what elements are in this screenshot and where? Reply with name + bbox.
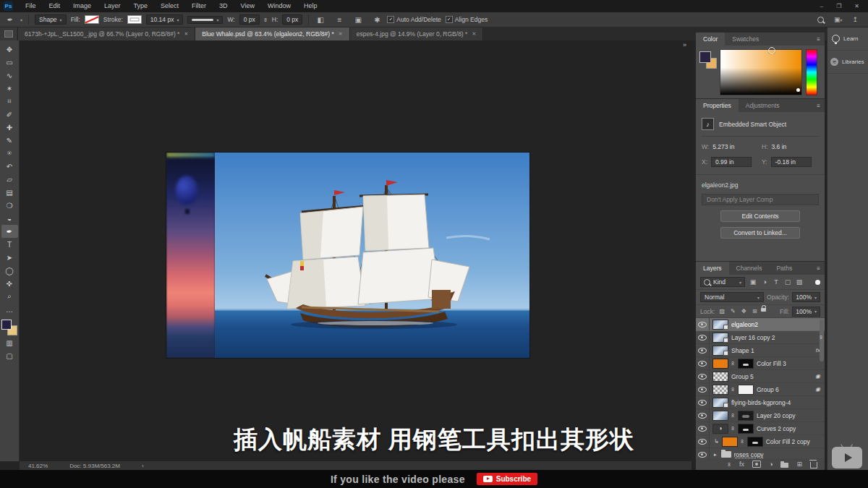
layer-thumbnail[interactable] xyxy=(712,398,728,408)
edit-contents-button[interactable]: Edit Contents xyxy=(720,210,800,222)
zoom-level[interactable]: 41.62% xyxy=(28,463,48,469)
blend-mode-dropdown[interactable]: Normal▾ xyxy=(700,292,764,302)
lock-artboard-icon[interactable]: ⊞ xyxy=(750,308,759,314)
tab-paths[interactable]: Paths xyxy=(769,262,799,275)
path-selection-tool-icon[interactable]: ➤ xyxy=(1,251,18,264)
layers-scrollbar[interactable] xyxy=(820,320,824,361)
layer-thumbnail[interactable] xyxy=(712,320,728,330)
link-dimensions-icon[interactable]: ∞ xyxy=(263,18,268,22)
tool-mode-dropdown[interactable]: Shape▾ xyxy=(35,14,67,25)
libraries-button[interactable]: ≋ Libraries xyxy=(827,51,868,74)
youtube-channel-watermark[interactable] xyxy=(832,447,862,468)
brush-tool-icon[interactable]: ✎ xyxy=(1,134,18,147)
arrange-icon[interactable]: ▣ xyxy=(352,16,364,24)
menu-3d[interactable]: 3D xyxy=(213,0,234,12)
layer-thumbnail[interactable]: ◑ xyxy=(712,424,728,434)
lock-all-icon[interactable] xyxy=(761,308,766,312)
clone-stamp-tool-icon[interactable]: ⍟ xyxy=(1,147,18,160)
panel-menu-icon[interactable]: ≡ xyxy=(817,99,825,112)
close-tab-icon[interactable]: ✕ xyxy=(472,31,476,37)
workspace-icon[interactable]: ▣▾ xyxy=(834,16,843,23)
subscribe-button[interactable]: Subscribe xyxy=(477,473,537,485)
learn-button[interactable]: Learn xyxy=(827,27,868,51)
document-tab-3[interactable]: espes-4.jpg @ 14.9% (Layer 0, RGB/8) *✕ xyxy=(350,27,484,40)
menu-image[interactable]: Image xyxy=(67,0,98,12)
layer-thumbnail[interactable] xyxy=(722,437,738,447)
visibility-toggle[interactable] xyxy=(696,344,710,356)
layer-row-7[interactable]: flying-birds-kgprong-4 xyxy=(696,396,825,409)
menu-select[interactable]: Select xyxy=(154,0,185,12)
filter-toggle-icon[interactable] xyxy=(815,280,820,285)
layer-thumbnail[interactable] xyxy=(712,372,728,382)
restore-button[interactable]: ❐ xyxy=(836,3,841,9)
more-tool-icon[interactable]: … xyxy=(1,303,18,316)
path-operations-icon[interactable]: ◧ xyxy=(315,16,326,24)
visibility-toggle[interactable] xyxy=(696,448,710,458)
layer-row-10[interactable]: ↳∞Color Fill 2 copy xyxy=(696,435,825,448)
status-chevron-icon[interactable]: › xyxy=(142,463,144,469)
visibility-toggle[interactable] xyxy=(696,370,710,382)
quick-selection-tool-icon[interactable]: ✶ xyxy=(1,82,18,95)
layer-thumbnail[interactable] xyxy=(712,359,728,369)
delete-icon[interactable] xyxy=(810,461,817,468)
ellipse-tool-icon[interactable]: ◯ xyxy=(1,264,18,277)
eyedropper-tool-icon[interactable]: ✐ xyxy=(1,108,18,121)
gradient-tool-icon[interactable]: ▤ xyxy=(1,186,18,199)
layer-row-1[interactable]: elgaleon2 xyxy=(696,318,825,331)
height-field[interactable]: 0 px xyxy=(282,14,302,25)
close-button[interactable]: ✕ xyxy=(854,3,859,9)
lasso-tool-icon[interactable]: ∿ xyxy=(1,69,18,82)
quick-mask-icon[interactable]: ▥ xyxy=(1,336,18,349)
mask-icon[interactable] xyxy=(752,461,761,468)
shape-filter-icon[interactable]: ▢ xyxy=(783,278,793,286)
new-layer-icon[interactable]: ⊞ xyxy=(796,461,802,468)
eraser-tool-icon[interactable]: ▱ xyxy=(1,173,18,186)
menu-layer[interactable]: Layer xyxy=(98,0,127,12)
pen-tool-icon[interactable]: ✒ xyxy=(4,16,16,24)
lock-paint-icon[interactable]: ✎ xyxy=(728,308,737,314)
visibility-toggle[interactable] xyxy=(696,422,710,435)
layer-row-4[interactable]: ∞Color Fill 3 xyxy=(696,357,825,370)
search-icon[interactable] xyxy=(817,17,824,23)
layer-mask-thumbnail[interactable] xyxy=(738,411,754,421)
menu-view[interactable]: View xyxy=(234,0,261,12)
saturation-brightness-field[interactable] xyxy=(720,49,802,95)
marquee-tool-icon[interactable]: ▭ xyxy=(1,56,18,69)
visibility-toggle[interactable] xyxy=(696,383,710,395)
type-tool-icon[interactable]: T xyxy=(1,238,18,251)
visibility-toggle[interactable] xyxy=(696,435,710,448)
align-edges-checkbox[interactable]: ✓Align Edges xyxy=(446,16,488,23)
fx-icon[interactable]: fx xyxy=(739,461,744,468)
visibility-toggle[interactable] xyxy=(696,318,710,330)
zoom-tool-icon[interactable]: ⌕ xyxy=(1,290,18,303)
hand-tool-icon[interactable]: ✜ xyxy=(1,277,18,290)
visibility-toggle[interactable] xyxy=(696,357,710,369)
lock-position-icon[interactable]: ✥ xyxy=(739,308,748,314)
auto-add-delete-checkbox[interactable]: ✓Auto Add/Delete xyxy=(387,16,441,23)
link-icon[interactable]: ∞ xyxy=(728,462,731,467)
fill-field[interactable]: 100%▾ xyxy=(792,307,820,317)
healing-brush-tool-icon[interactable]: ✚ xyxy=(1,121,18,134)
layer-row-3[interactable]: Shape 1fx xyxy=(696,344,825,357)
lock-transparency-icon[interactable]: ▨ xyxy=(718,308,726,314)
minimize-button[interactable]: – xyxy=(820,3,823,9)
document-canvas[interactable] xyxy=(166,153,529,358)
layer-row-8[interactable]: ∞Layer 20 copy xyxy=(696,409,825,422)
x-position-field[interactable]: 0.99 in xyxy=(711,157,752,167)
tool-preset-caret-icon[interactable]: ▾ xyxy=(20,17,22,22)
blur-tool-icon[interactable]: ❍ xyxy=(1,199,18,212)
tab-color[interactable]: Color xyxy=(696,33,725,46)
align-icon[interactable]: ≡ xyxy=(333,16,345,24)
layer-thumbnail[interactable] xyxy=(712,333,728,343)
gear-icon[interactable]: ✱ xyxy=(371,16,383,24)
convert-to-linked-button[interactable]: Convert to Linked... xyxy=(720,227,800,239)
stroke-width-field[interactable]: 10.14 px▾ xyxy=(146,14,184,25)
menu-type[interactable]: Type xyxy=(127,0,155,12)
layer-comp-dropdown[interactable]: Don't Apply Layer Comp xyxy=(702,194,819,205)
layer-thumbnail[interactable] xyxy=(721,451,731,458)
document-tab-1[interactable]: 6173h-+JpL._SL1500_.jpg @ 66.7% (Layer 0… xyxy=(18,27,195,40)
move-tool-icon[interactable]: ✥ xyxy=(1,43,18,56)
layer-filter-kind-dropdown[interactable]: Kind▾ xyxy=(700,277,745,287)
document-tab-2[interactable]: Blue Whale.psd @ 63.4% (elgaleon2, RGB/8… xyxy=(195,27,349,40)
layer-thumbnail[interactable] xyxy=(712,411,728,421)
